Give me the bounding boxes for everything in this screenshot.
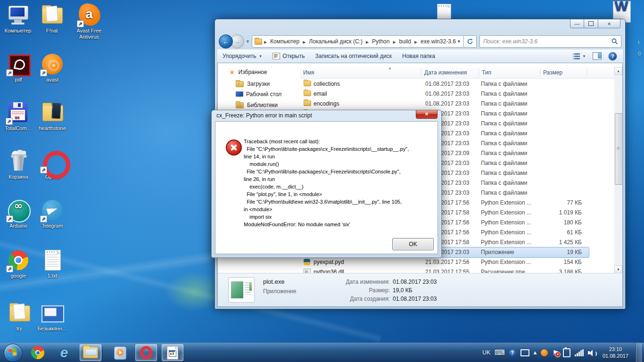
desktop-icon-arduino[interactable]: ∞ Arduino xyxy=(3,199,34,229)
file-row[interactable]: pyexpat.pyd21.03.2017 17:56Python Extens… xyxy=(300,257,589,267)
network-signal-icon[interactable] xyxy=(575,349,584,356)
column-header-type[interactable]: Тип xyxy=(482,69,491,76)
dialog-close-button[interactable]: × xyxy=(416,110,438,119)
show-hidden-icons-button[interactable]: ▲ xyxy=(534,349,537,356)
file-name: pyexpat.pyd xyxy=(314,259,344,265)
details-metadata: Дата изменения:01.08.2017 23:03 Размер:1… xyxy=(336,278,437,303)
breadcrumb-dropdown-icon[interactable]: ▼ xyxy=(457,39,461,44)
file-name: email xyxy=(314,90,327,97)
avast-tray-icon[interactable] xyxy=(541,349,548,356)
close-button[interactable]: × xyxy=(598,19,620,28)
desktop-icon-pdf[interactable]: pdf xyxy=(3,53,34,83)
opera-icon xyxy=(140,346,152,359)
desktop-icon-label: F!nal xyxy=(36,28,68,34)
desktop-icon-untitled[interactable]: Безымянн... xyxy=(34,302,70,332)
taskbar-clock[interactable]: 23:10 01.08.2017 xyxy=(603,346,628,359)
help-tray-icon[interactable]: ? xyxy=(509,349,516,356)
column-header-name[interactable]: Имя xyxy=(303,69,314,76)
scrollbar-thumb[interactable] xyxy=(615,113,623,185)
screenshot-icon xyxy=(41,302,63,324)
file-type: Python Extension ... xyxy=(481,219,531,226)
folder-file-icon xyxy=(304,81,311,86)
vertical-scrollbar[interactable]: ▲ ▼ xyxy=(614,67,622,273)
minimize-button[interactable]: — xyxy=(570,19,584,28)
file-date: 21.03.2017 17:56 xyxy=(425,259,469,265)
nav-item-favorites[interactable]: ★ Избранное xyxy=(229,67,310,77)
file-row[interactable]: collections01.08.2017 23:03Папка с файла… xyxy=(300,79,589,89)
keyboard-icon[interactable]: ⌨ xyxy=(495,349,505,356)
breadcrumb-segment[interactable]: Компьютер xyxy=(269,38,301,45)
created-value: 01.08.2017 23:03 xyxy=(393,295,437,303)
command-bar-right: ▼ ? xyxy=(573,52,623,61)
breadcrumb-segment[interactable]: Локальный диск (C:) xyxy=(307,38,364,45)
desktop-icon-recycle-bin[interactable]: Корзина xyxy=(3,150,34,180)
file-type: Папка с файлами xyxy=(481,189,528,196)
show-desktop-button[interactable] xyxy=(636,343,642,362)
help-button[interactable]: ? xyxy=(608,52,617,61)
taskbar-app-button[interactable] xyxy=(162,344,183,361)
media-player-icon xyxy=(113,346,126,359)
error-badge: × xyxy=(555,352,561,357)
file-size: 1 019 КБ xyxy=(534,209,582,216)
taskbar-chrome-button[interactable] xyxy=(27,344,49,361)
desktop-icon-totalcmd[interactable]: 64 TotalCom... xyxy=(1,101,35,132)
taskbar-opera-button[interactable] xyxy=(135,344,157,361)
file-type: Python Extension ... xyxy=(481,229,531,236)
desktop-icon-google[interactable]: google xyxy=(3,249,34,279)
taskbar-explorer-button[interactable] xyxy=(80,344,101,361)
clipboard-tray-icon[interactable] xyxy=(563,348,570,357)
refresh-button[interactable] xyxy=(464,35,477,48)
volume-icon[interactable] xyxy=(588,349,595,356)
folder-icon xyxy=(41,4,63,26)
desktop-icon-try[interactable]: try xyxy=(5,302,34,332)
breadcrumb-segment[interactable]: exe.win32-3.6 xyxy=(419,38,457,45)
organize-menu[interactable]: Упорядочить ▼ xyxy=(217,53,267,59)
created-label: Дата создания: xyxy=(336,295,390,303)
breadcrumb-segment[interactable]: build xyxy=(398,38,413,45)
action-center-icon[interactable]: ⚑× xyxy=(552,349,558,356)
desktop-icon-final[interactable]: F!nal xyxy=(36,4,68,34)
scroll-up-arrow[interactable]: ▲ xyxy=(614,67,622,75)
preview-pane-button[interactable] xyxy=(593,52,602,60)
desktop-icon-hearthstone[interactable]: hearthstone xyxy=(35,101,70,132)
language-indicator[interactable]: UK xyxy=(482,349,490,356)
file-type: Приложение xyxy=(481,249,514,255)
breadcrumb-segment[interactable]: Python xyxy=(371,38,391,45)
change-view-button[interactable]: ▼ xyxy=(573,53,586,59)
history-dropdown-icon[interactable]: ▼ xyxy=(246,39,250,44)
details-file-name: plot.exe xyxy=(263,278,285,285)
column-header-date[interactable]: Дата изменения xyxy=(424,69,467,76)
desktop-icon-opera[interactable]: Opera xyxy=(37,150,68,180)
desktop-icon-computer[interactable]: Компьютер xyxy=(1,4,35,34)
back-button[interactable]: ← xyxy=(219,34,233,49)
desktop-icon-1txt[interactable]: 1.txt xyxy=(38,249,67,279)
breadcrumb[interactable]: ▶Компьютер▶Локальный диск (C:)▶Python▶bu… xyxy=(252,35,464,48)
scroll-down-arrow[interactable]: ▼ xyxy=(614,265,622,273)
file-row[interactable]: email01.08.2017 23:03Папка с файлами xyxy=(300,89,589,99)
open-button[interactable]: Открыть xyxy=(267,53,310,59)
computer-icon xyxy=(7,4,29,26)
maximize-button[interactable] xyxy=(584,19,598,28)
chevron-down-icon: ▼ xyxy=(258,54,262,58)
clipped-label-fragment: 0 xyxy=(638,51,641,57)
column-header-size[interactable]: Размер xyxy=(543,69,562,76)
start-button[interactable] xyxy=(4,344,22,362)
desktop-icon-label: Arduino xyxy=(3,223,34,229)
burn-button[interactable]: Записать на оптический диск xyxy=(310,53,397,59)
new-folder-button[interactable]: Новая папка xyxy=(397,53,440,59)
desktop-icon-label: TotalCom... xyxy=(1,125,35,132)
ok-button[interactable]: OK xyxy=(392,238,434,250)
search-box[interactable]: Поиск: exe.win32-3.6 xyxy=(479,35,621,48)
desktop-icon-avast-free[interactable]: a Avast Free Antivirus xyxy=(70,4,108,40)
desktop-icon-telegram[interactable]: Telegram xyxy=(36,199,69,229)
file-row[interactable]: encodings01.08.2017 23:03Папка с файлами xyxy=(300,99,589,109)
internet-explorer-icon: e xyxy=(60,346,68,359)
display-tray-icon[interactable] xyxy=(520,349,529,356)
file-type: Папка с файлами xyxy=(481,120,528,127)
taskbar-ie-button[interactable]: e xyxy=(53,344,75,361)
monitor-icon xyxy=(236,91,243,97)
breadcrumb-separator-icon: ▶ xyxy=(301,40,307,44)
taskbar-media-player-button[interactable] xyxy=(109,344,131,361)
size-value: 19,0 КБ xyxy=(393,286,413,295)
desktop-icon-avast[interactable]: avast xyxy=(37,53,68,83)
